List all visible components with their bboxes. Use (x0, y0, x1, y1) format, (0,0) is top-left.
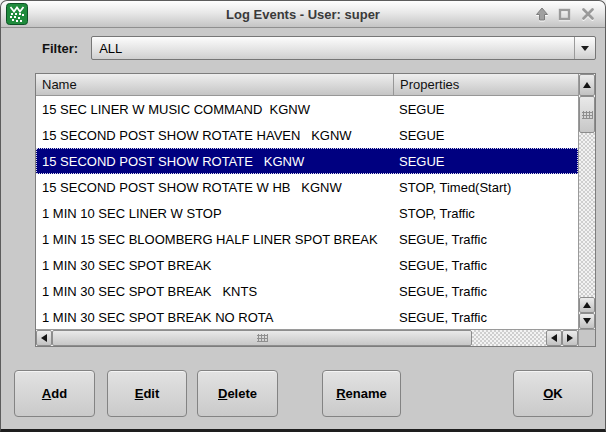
shade-window-icon[interactable] (534, 7, 549, 22)
horizontal-scrollbar-track[interactable] (472, 330, 546, 346)
table-row[interactable]: 15 SECOND POST SHOW ROTATE HAVEN KGNW SE… (36, 122, 578, 148)
event-name: 15 SEC LINER W MUSIC COMMAND KGNW (36, 102, 393, 117)
close-icon[interactable] (580, 7, 595, 22)
maximize-icon[interactable] (557, 7, 572, 22)
event-properties: STOP, Traffic (393, 206, 578, 221)
grip-icon (582, 111, 593, 119)
delete-button[interactable]: Delete (197, 370, 278, 417)
dialog-button-row: Add Edit Delete Rename OK (1, 370, 605, 417)
right-arrow-icon (567, 334, 573, 342)
filter-combobox[interactable]: ALL (91, 36, 596, 60)
event-properties: SEGUE, Traffic (393, 284, 578, 299)
scroll-left-button[interactable] (36, 330, 52, 346)
up-arrow-icon (583, 82, 591, 88)
add-button[interactable]: Add (14, 370, 95, 417)
list-rows: 15 SEC LINER W MUSIC COMMAND KGNW SEGUE … (36, 96, 578, 329)
combo-dropdown-button[interactable] (574, 37, 595, 59)
table-row[interactable]: 1 MIN 30 SEC SPOT BREAK SEGUE, Traffic (36, 252, 578, 278)
log-events-list: Name Properties 15 SEC LINER W MUSIC COM… (35, 73, 596, 347)
event-name: 15 SECOND POST SHOW ROTATE KGNW (36, 154, 393, 169)
scroll-right-button[interactable] (562, 330, 578, 346)
grip-icon (257, 334, 268, 342)
event-properties: SEGUE (393, 128, 578, 143)
event-name: 1 MIN 10 SEC LINER W STOP (36, 206, 393, 221)
left-arrow-icon (551, 334, 557, 342)
event-name: 1 MIN 30 SEC SPOT BREAK (36, 258, 393, 273)
table-row[interactable]: 1 MIN 15 SEC BLOOMBERG HALF LINER SPOT B… (36, 226, 578, 252)
event-name: 1 MIN 30 SEC SPOT BREAK KNTS (36, 284, 393, 299)
filter-label: Filter: (42, 41, 78, 56)
table-row[interactable]: 15 SECOND POST SHOW ROTATE W HB KGNW STO… (36, 174, 578, 200)
event-properties: SEGUE (393, 102, 578, 117)
event-name: 1 MIN 30 SEC SPOT BREAK NO ROTA (36, 310, 393, 325)
ok-button[interactable]: OK (513, 370, 593, 417)
event-properties: SEGUE, Traffic (393, 232, 578, 247)
vertical-scrollbar-track[interactable] (579, 133, 595, 297)
table-row[interactable]: 1 MIN 10 SEC LINER W STOP STOP, Traffic (36, 200, 578, 226)
edit-button[interactable]: Edit (107, 370, 187, 417)
horizontal-scrollbar[interactable] (36, 329, 578, 346)
list-header: Name Properties (36, 74, 578, 96)
broadcast-logo-icon (6, 3, 28, 25)
rename-button[interactable]: Rename (322, 370, 401, 417)
table-row-selected[interactable]: 15 SECOND POST SHOW ROTATE KGNW SEGUE (36, 148, 578, 174)
table-row[interactable]: 15 SEC LINER W MUSIC COMMAND KGNW SEGUE (36, 96, 578, 122)
vertical-scrollbar[interactable] (578, 74, 595, 329)
event-properties: SEGUE (393, 154, 578, 169)
scroll-left-button-right[interactable] (546, 330, 562, 346)
scroll-down-button[interactable] (579, 313, 595, 329)
vertical-scrollbar-thumb[interactable] (579, 96, 595, 133)
event-name: 15 SECOND POST SHOW ROTATE HAVEN KGNW (36, 128, 393, 143)
window-controls (534, 7, 595, 22)
scrollbar-corner (578, 329, 595, 346)
titlebar[interactable]: Log Events - User: super (1, 1, 605, 28)
column-header-properties[interactable]: Properties (394, 74, 578, 95)
log-events-dialog: Log Events - User: super Filter: ALL Nam… (0, 0, 606, 432)
event-name: 1 MIN 15 SEC BLOOMBERG HALF LINER SPOT B… (36, 232, 393, 247)
scroll-up-button-bottom[interactable] (579, 297, 595, 313)
scroll-up-button[interactable] (579, 74, 595, 96)
event-properties: STOP, Timed(Start) (393, 180, 578, 195)
table-row[interactable]: 1 MIN 30 SEC SPOT BREAK NO ROTA SEGUE, T… (36, 304, 578, 329)
table-row[interactable]: 1 MIN 30 SEC SPOT BREAK KNTS SEGUE, Traf… (36, 278, 578, 304)
chevron-down-icon (581, 46, 589, 51)
event-name: 15 SECOND POST SHOW ROTATE W HB KGNW (36, 180, 393, 195)
horizontal-scrollbar-thumb[interactable] (52, 330, 472, 346)
left-arrow-icon (41, 334, 47, 342)
window-title: Log Events - User: super (1, 7, 605, 22)
event-properties: SEGUE, Traffic (393, 258, 578, 273)
filter-selected-value: ALL (99, 41, 122, 56)
up-arrow-icon (583, 302, 591, 308)
event-properties: SEGUE, Traffic (393, 310, 578, 325)
column-header-name[interactable]: Name (36, 74, 394, 95)
down-arrow-icon (583, 318, 591, 324)
filter-row: Filter: ALL (1, 36, 596, 60)
